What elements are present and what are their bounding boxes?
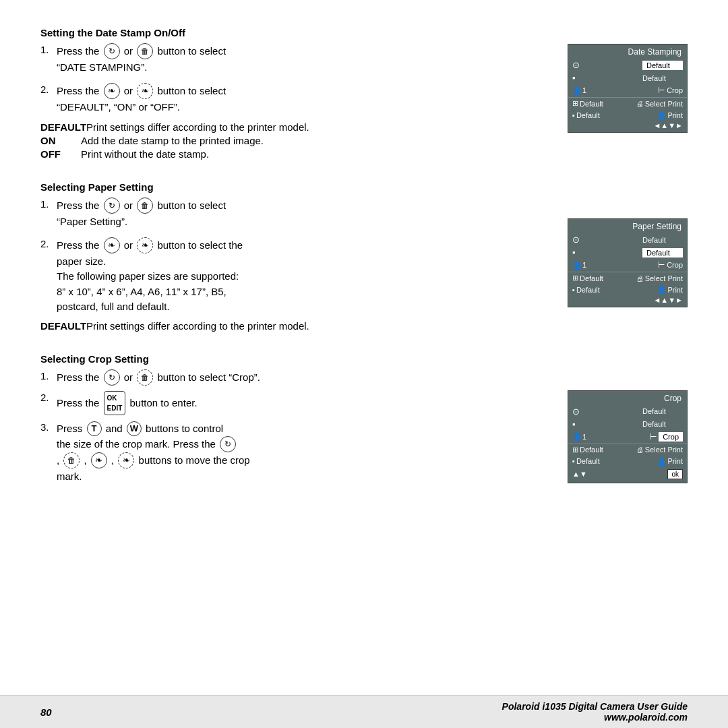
panel-icon-square-1: ▪ (572, 73, 587, 83)
panel-select-print-1: Select Print (645, 100, 683, 108)
section-date-stamp: Setting the Date Stamp On/Off 1. Press t… (40, 27, 688, 169)
panel-icon-square-p1: ▪ (572, 247, 587, 257)
paper-step-1: 1. Press the ↻ or 🗑 button to select“Pap… (40, 198, 561, 230)
w-icon: W (127, 421, 142, 436)
definitions-date-stamp: DEFAULTPrint settings differ according t… (40, 121, 561, 160)
panel-icon-square-c1: ▪ (572, 419, 587, 429)
step-1: 1. Press the ↻ or 🗑 button to select“DAT… (40, 44, 561, 75)
panel-icon-circle-p1: ⊙ (572, 235, 587, 245)
section-title-crop: Selecting Crop Setting (40, 353, 688, 365)
definitions-paper: DEFAULTPrint settings differ according t… (40, 320, 561, 332)
panel-paper-setting: Paper Setting ⊙ Default ▪ Default 👤 1 (568, 218, 688, 307)
trash-circle-icon-1: 🗑 (137, 43, 153, 59)
down-nav-icon-3: ❧ (91, 452, 107, 468)
panel-crop-icon-p1: ⊢ (658, 260, 665, 270)
panel-default-left-c1: Default (580, 446, 603, 454)
trash-circle-icon-3: 🗑 (137, 369, 153, 386)
trash-circle-icon-4: 🗑 (63, 452, 80, 468)
panel-title-crop: Crop (568, 394, 687, 405)
panel-icon-circle-1: ⊙ (572, 60, 587, 70)
panel-square-icon-c2: ▪ (572, 457, 575, 465)
section-title-paper-setting: Selecting Paper Setting (40, 181, 688, 193)
panel-person-icon-p2: 👤 (657, 285, 666, 294)
panel-grid-icon-c1: ⊞ (572, 446, 578, 454)
panel-person-icon-c2: 👤 (657, 457, 666, 466)
trash-circle-icon-2: 🗑 (137, 198, 153, 214)
panel-grid-icon-1: ⊞ (572, 99, 578, 108)
panel-value-default-c2: Default (642, 420, 683, 428)
page: Setting the Date Stamp On/Off 1. Press t… (0, 0, 728, 728)
panel-person-icon-p1: 👤 (572, 261, 582, 270)
panel-title-date-stamp: Date Stamping (568, 47, 687, 59)
panel-nav-c1: ▲▼ (572, 470, 587, 478)
panel-grid-icon-p1: ⊞ (572, 274, 578, 282)
brand-text: Polaroid i1035 Digital Camera User Guide… (502, 701, 688, 723)
panel-print-label-p1: Print (667, 286, 683, 294)
panel-print-label-c1: Print (667, 457, 683, 465)
step-2: 2. Press the ❧ or ❧ button to select“DEF… (40, 84, 561, 115)
paper-step-2: 2. Press the ❧ or ❧ button to select the… (40, 238, 561, 315)
right-nav-icon-3: ❧ (118, 452, 134, 468)
crop-step-1: 1. Press the ↻ or 🗑 button to select “Cr… (40, 370, 561, 386)
panel-print-icon-1: 🖨 (636, 100, 644, 108)
panel-print-label-1: Print (667, 111, 683, 119)
ok-edit-icon: OKEDIT (104, 391, 126, 415)
panel-print-icon-c1: 🖨 (636, 446, 644, 454)
panel-nav-1: ◄▲▼► (568, 121, 687, 129)
panel-person-icon-1: 👤 (572, 86, 582, 95)
page-number: 80 (40, 706, 52, 718)
circle-arrow-icon-3: ↻ (104, 369, 120, 386)
panel-crop-label-c1: Crop (659, 432, 683, 442)
panel-icon-circle-c1: ⊙ (572, 406, 587, 417)
section-paper-setting: Selecting Paper Setting 1. Press the ↻ o… (40, 181, 688, 341)
panel-title-paper: Paper Setting (568, 222, 687, 233)
t-icon: T (87, 421, 102, 436)
panel-number-c1: 1 (582, 433, 586, 441)
crop-step-3: 3. Press T and W buttons to control the … (40, 421, 561, 485)
panel-number-1: 1 (582, 86, 586, 94)
panel-crop-icon-c1: ⊢ (650, 432, 657, 442)
panel-default-left-2: Default (576, 111, 600, 119)
panel-select-print-c1: Select Print (645, 446, 683, 454)
section-title-date-stamp: Setting the Date Stamp On/Off (40, 27, 688, 38)
down-nav-icon-1: ❧ (104, 83, 120, 99)
circle-arrow-icon-2: ↻ (104, 198, 120, 214)
section-crop-setting: Selecting Crop Setting 1. Press the ↻ or… (40, 353, 688, 489)
right-nav-icon-2: ❧ (137, 237, 153, 253)
panel-default-left-p2: Default (576, 286, 600, 294)
circle-arrow-icon-4: ↻ (220, 436, 236, 452)
circle-arrow-icon-1: ↻ (104, 43, 120, 59)
panel-default-left-c2: Default (576, 457, 600, 465)
panel-select-print-p1: Select Print (645, 274, 683, 282)
panel-square-icon-2: ▪ (572, 111, 575, 119)
panel-ok-c1: ok (667, 469, 683, 479)
panel-crop-label-1: Crop (667, 86, 683, 94)
panel-date-stamp: Date Stamping ⊙ Default ▪ Default 👤 1 (568, 44, 688, 169)
panel-value-default-2: Default (642, 74, 683, 82)
panel-value-default-p2: Default (642, 248, 683, 257)
panel-value-default-1: Default (642, 61, 683, 70)
panel-person-icon-2: 👤 (657, 111, 666, 119)
panel-print-icon-p1: 🖨 (636, 274, 644, 282)
panel-crop: Crop ⊙ Default ▪ Default 👤 1 (568, 390, 688, 483)
panel-value-default-c1: Default (642, 407, 683, 415)
panel-value-default-p1: Default (642, 236, 683, 244)
panel-default-left-p1: Default (580, 274, 603, 282)
crop-step-2: 2. Press the OKEDIT button to enter. (40, 392, 561, 416)
panel-nav-p1: ◄▲▼► (568, 296, 687, 304)
panel-crop-icon-1: ⊢ (658, 86, 665, 95)
panel-square-icon-p2: ▪ (572, 286, 575, 294)
panel-default-left-1: Default (580, 100, 603, 108)
panel-person-icon-c1: 👤 (572, 432, 582, 441)
panel-crop-label-p1: Crop (667, 261, 683, 269)
down-nav-icon-2: ❧ (104, 237, 120, 253)
right-nav-icon-1: ❧ (137, 83, 153, 99)
footer: 80 Polaroid i1035 Digital Camera User Gu… (0, 695, 728, 728)
panel-number-p1: 1 (582, 261, 586, 269)
